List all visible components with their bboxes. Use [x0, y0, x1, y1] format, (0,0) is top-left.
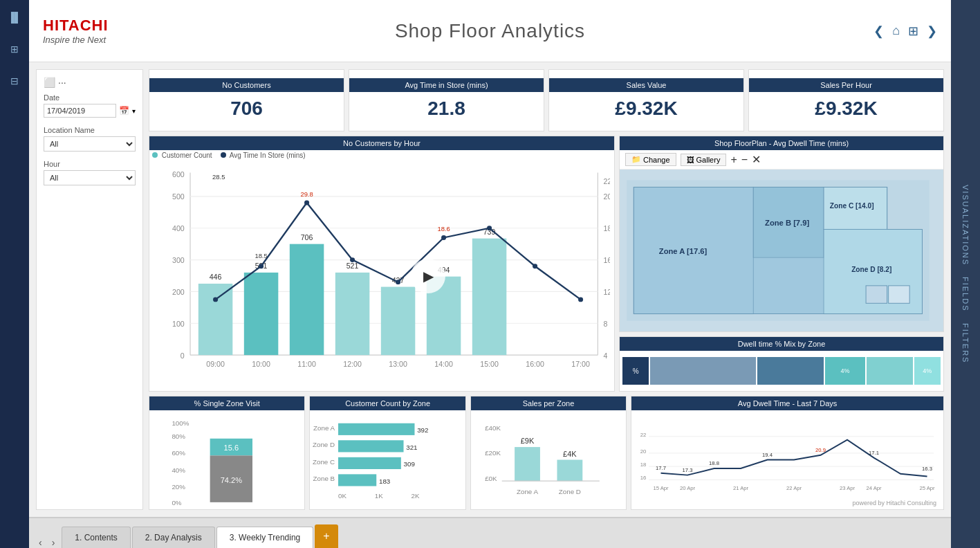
line-point-13: [396, 280, 400, 284]
hour-select[interactable]: All: [44, 170, 136, 185]
sales-bar-d: [557, 460, 582, 482]
svg-text:17.7: 17.7: [656, 465, 666, 471]
date-input[interactable]: [44, 104, 116, 118]
dwell-mix-segments: % 4% 4%: [622, 357, 941, 385]
nav-next-icon[interactable]: ❯: [927, 24, 937, 39]
sidebar-filters[interactable]: FILTERS: [961, 323, 970, 363]
svg-text:20: 20: [640, 448, 647, 455]
svg-text:100%: 100%: [172, 419, 189, 427]
kpi-sales-value: Sales Value £9.32K: [548, 69, 744, 131]
nav-home-icon[interactable]: ⌂: [892, 24, 900, 38]
svg-text:4: 4: [604, 352, 608, 360]
bar-12: [335, 273, 369, 355]
tab-bar: ‹ › 1. Contents 2. Day Analysis 3. Weekl…: [29, 517, 951, 548]
play-button[interactable]: ▶: [411, 259, 445, 293]
svg-text:20%: 20%: [172, 483, 185, 491]
svg-text:309: 309: [404, 460, 415, 468]
filter-toolbar: ⬜ ···: [44, 77, 136, 88]
hourly-chart-svg: 0 100 200 300 400 500 600 4 8 12 16: [154, 165, 610, 387]
bar-13: [381, 287, 416, 356]
svg-text:183: 183: [379, 477, 391, 485]
tab-weekly-trending[interactable]: 3. Weekly Trending: [216, 527, 314, 548]
svg-text:80%: 80%: [172, 432, 185, 440]
tab-add-button[interactable]: +: [315, 524, 338, 548]
line-point-11: [304, 201, 309, 206]
date-dropdown-icon[interactable]: ▾: [132, 107, 136, 115]
dwell-segment-4: 4%: [825, 357, 865, 385]
floorplan-svg: Zone A [17.6] Zone B [7.9] Zone C [14.0]…: [620, 170, 943, 331]
main-area: HITACHI Inspire the Next Shop Floor Anal…: [29, 0, 951, 548]
single-zone-body: 100% 80% 60% 40% 20% 0% 15.6 74.2%: [149, 410, 304, 509]
line-point-17: [578, 297, 583, 302]
date-calendar-icon[interactable]: 📅: [119, 106, 129, 116]
svg-text:40%: 40%: [172, 466, 185, 474]
date-filter-group: Date 📅 ▾: [44, 93, 136, 118]
left-sidebar: ▐▌ ⊞ ⊟: [0, 0, 29, 548]
customer-zone-panel: Customer Count by Zone Zone A Zone D Zon…: [309, 396, 465, 510]
avg-dwell-svg: 22 20 18 16 17.7: [634, 413, 941, 506]
svg-text:22 Apr: 22 Apr: [786, 485, 802, 491]
sidebar-icon-bar[interactable]: ▐▌: [4, 7, 25, 28]
svg-text:20: 20: [604, 194, 610, 201]
svg-text:18.6: 18.6: [437, 226, 450, 232]
svg-text:16: 16: [640, 475, 647, 481]
svg-text:14:00: 14:00: [434, 360, 453, 368]
avg-dwell-line: [661, 440, 927, 477]
svg-text:300: 300: [172, 257, 185, 264]
tab-day-analysis[interactable]: 2. Day Analysis: [132, 527, 215, 548]
tab-next-button[interactable]: ›: [49, 537, 58, 548]
image-icon: 🖼: [687, 156, 694, 164]
svg-text:17.3: 17.3: [683, 467, 693, 473]
svg-text:15 Apr: 15 Apr: [654, 485, 669, 491]
svg-text:19.4: 19.4: [762, 452, 773, 458]
sales-zone-svg: £40K £20K £0K £9K £4K Zone A Zone D: [474, 413, 623, 506]
svg-text:09:00: 09:00: [206, 360, 225, 368]
svg-text:15.6: 15.6: [224, 444, 239, 452]
line-point-14: [441, 235, 446, 240]
svg-text:Zone B [7.9]: Zone B [7.9]: [765, 219, 809, 227]
location-select[interactable]: All: [44, 136, 136, 152]
kpi-avg-time-value: 21.8: [427, 92, 465, 122]
floorplan-panel: Shop FloorPlan - Avg Dwell Time (mins) 📁…: [619, 136, 944, 392]
svg-text:Zone C [14.0]: Zone C [14.0]: [830, 202, 874, 210]
hourly-chart-body: 0 100 200 300 400 500 600 4 8 12 16: [149, 161, 614, 391]
dwell-segment-3: [757, 357, 824, 385]
nav-prev-icon[interactable]: ❮: [873, 24, 884, 39]
sidebar-icon-layers[interactable]: ⊟: [4, 71, 25, 91]
svg-text:Zone A [17.6]: Zone A [17.6]: [659, 247, 708, 255]
svg-text:Zone B: Zone B: [313, 475, 335, 482]
sidebar-visualizations[interactable]: VISUALIZATIONS: [961, 185, 970, 266]
svg-text:16.3: 16.3: [922, 466, 932, 472]
svg-text:100: 100: [172, 320, 185, 328]
zoom-in-button[interactable]: +: [730, 154, 737, 166]
kpi-sales-value-label: Sales Value: [549, 78, 743, 92]
dwell-segment-1: %: [622, 357, 649, 385]
gallery-button[interactable]: 🖼 Gallery: [681, 154, 727, 166]
sidebar-icon-grid[interactable]: ⊞: [4, 39, 25, 60]
tab-prev-button[interactable]: ‹: [36, 537, 45, 548]
filter-icon-screen[interactable]: ⬜: [44, 77, 55, 88]
customer-bar-b: [338, 474, 376, 486]
tab-contents[interactable]: 1. Contents: [62, 527, 130, 548]
svg-text:446: 446: [210, 273, 222, 281]
svg-text:0K: 0K: [338, 492, 346, 500]
logo-area: HITACHI Inspire the Next: [43, 17, 167, 45]
svg-text:£20K: £20K: [485, 449, 501, 457]
nav-layout-icon[interactable]: ⊞: [908, 24, 918, 39]
sidebar-fields[interactable]: FIELDS: [961, 277, 970, 312]
customer-bar-d: [338, 440, 404, 452]
svg-text:74.2%: 74.2%: [221, 476, 242, 484]
filter-icon-more[interactable]: ···: [58, 77, 66, 88]
zoom-out-button[interactable]: −: [741, 154, 748, 166]
svg-text:Zone A: Zone A: [313, 424, 335, 432]
dwell-segment-2: [650, 357, 756, 385]
svg-text:18.5: 18.5: [255, 253, 267, 259]
customer-zone-title: Customer Count by Zone: [310, 396, 465, 410]
svg-text:28.5: 28.5: [212, 174, 225, 181]
change-button[interactable]: 📁 Change: [625, 153, 676, 166]
svg-text:Zone A: Zone A: [517, 488, 539, 495]
svg-text:706: 706: [301, 234, 313, 241]
top-bar: HITACHI Inspire the Next Shop Floor Anal…: [29, 0, 951, 62]
svg-text:£0K: £0K: [485, 475, 497, 482]
close-button[interactable]: ✕: [752, 153, 761, 166]
